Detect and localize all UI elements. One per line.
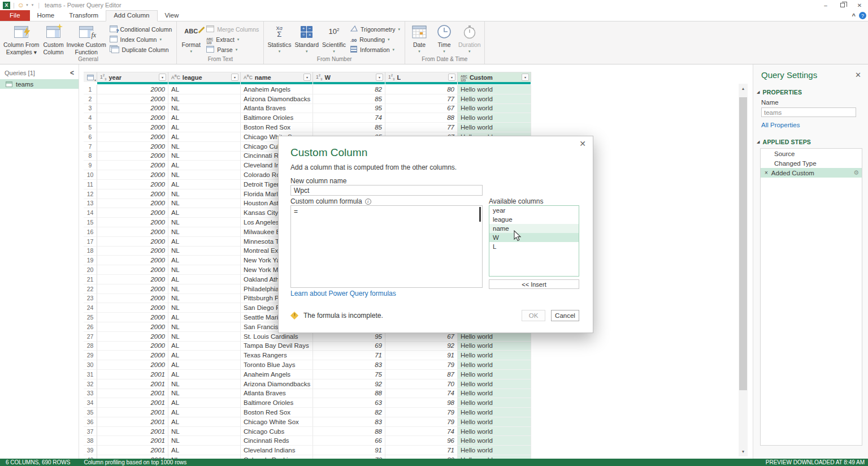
row-number[interactable]: 16 xyxy=(84,227,97,237)
cell[interactable]: 63 xyxy=(313,398,385,408)
row-number[interactable]: 26 xyxy=(84,322,97,332)
cell[interactable]: AL xyxy=(168,123,241,132)
row-number[interactable]: 7 xyxy=(84,142,97,152)
cell[interactable]: Hello world xyxy=(458,379,531,389)
cell[interactable]: 88 xyxy=(313,427,385,437)
row-number[interactable]: 10 xyxy=(84,170,97,180)
cell[interactable]: Boston Red Sox xyxy=(241,123,313,132)
cell[interactable]: 82 xyxy=(313,408,385,417)
cell[interactable]: 2001 xyxy=(97,398,168,408)
cell[interactable]: 2000 xyxy=(97,189,168,199)
row-number[interactable]: 12 xyxy=(84,189,97,199)
cell[interactable]: Hello world xyxy=(458,398,531,408)
cell[interactable]: 2000 xyxy=(97,113,168,123)
restore-button[interactable] xyxy=(834,0,851,10)
row-number[interactable]: 22 xyxy=(84,284,97,294)
available-column-year[interactable]: year xyxy=(489,206,579,215)
cell[interactable]: 92 xyxy=(313,379,385,389)
cell[interactable]: AL xyxy=(168,208,241,218)
cell[interactable]: Hello world xyxy=(458,104,531,114)
row-number[interactable]: 4 xyxy=(84,113,97,123)
ribbon-button-standard[interactable]: +−÷×Standard▾ xyxy=(293,22,320,54)
cell[interactable]: Atlanta Braves xyxy=(241,104,313,114)
cell[interactable]: 66 xyxy=(313,436,385,446)
formula-scrollbar-thumb[interactable] xyxy=(479,207,481,222)
cell[interactable]: NL xyxy=(168,322,241,332)
delete-step-icon[interactable]: × xyxy=(765,170,768,176)
column-header-league[interactable]: ABCleague▾ xyxy=(168,72,241,82)
cell[interactable]: 2001 xyxy=(97,436,168,446)
cell[interactable]: 2000 xyxy=(97,351,168,360)
row-number[interactable]: 6 xyxy=(84,132,97,142)
cell[interactable]: 2000 xyxy=(97,199,168,209)
cell[interactable]: 91 xyxy=(385,351,458,360)
cell[interactable]: NL xyxy=(168,152,241,161)
cell[interactable]: 79 xyxy=(385,417,458,427)
row-number[interactable]: 3 xyxy=(84,104,97,114)
row-number[interactable]: 38 xyxy=(84,436,97,446)
cell[interactable]: AL xyxy=(168,446,241,455)
properties-header[interactable]: ◢ PROPERTIES xyxy=(753,87,868,98)
row-number[interactable]: 30 xyxy=(84,360,97,370)
tab-view[interactable]: View xyxy=(158,10,186,21)
applied-steps-header[interactable]: ◢ APPLIED STEPS xyxy=(753,136,868,148)
cell[interactable]: Texas Rangers xyxy=(241,351,313,360)
row-number[interactable]: 35 xyxy=(84,408,97,417)
ribbon-button-duration[interactable]: Duration▾ xyxy=(457,22,483,54)
cell[interactable]: Arizona Diamondbacks xyxy=(241,379,313,389)
row-number[interactable]: 13 xyxy=(84,199,97,209)
cell[interactable]: Hello world xyxy=(458,408,531,417)
cell[interactable]: Hello world xyxy=(458,85,531,94)
cell[interactable]: 2000 xyxy=(97,104,168,114)
chevron-down-icon[interactable]: ▾ xyxy=(26,3,28,7)
row-number[interactable]: 31 xyxy=(84,370,97,379)
select-all-corner[interactable]: ▾ xyxy=(84,72,97,82)
cell[interactable]: 77 xyxy=(385,123,458,132)
row-number[interactable]: 33 xyxy=(84,389,97,399)
cell[interactable]: 2000 xyxy=(97,142,168,152)
cell[interactable]: Hello world xyxy=(458,332,531,342)
ribbon-button-trigonometry[interactable]: Trigonometry▾ xyxy=(348,25,403,33)
cell[interactable]: 2000 xyxy=(97,208,168,218)
cell[interactable]: 2001 xyxy=(97,427,168,437)
cell[interactable]: 67 xyxy=(385,104,458,114)
cell[interactable]: AL xyxy=(168,85,241,94)
row-number[interactable]: 9 xyxy=(84,161,97,170)
cell[interactable]: Baltimore Orioles xyxy=(241,113,313,123)
row-number[interactable]: 14 xyxy=(84,208,97,218)
row-number[interactable]: 20 xyxy=(84,265,97,275)
cell[interactable]: 82 xyxy=(313,85,385,94)
column-header-year[interactable]: 123year▾ xyxy=(97,72,168,82)
cell[interactable]: 2000 xyxy=(97,247,168,256)
tab-home[interactable]: Home xyxy=(30,10,62,21)
row-number[interactable]: 21 xyxy=(84,275,97,284)
cell[interactable]: Hello world xyxy=(458,370,531,379)
cell[interactable]: AL xyxy=(168,360,241,370)
row-number[interactable]: 2 xyxy=(84,94,97,104)
cell[interactable]: Chicago Cubs xyxy=(241,427,313,437)
cell[interactable]: Hello world xyxy=(458,113,531,123)
cell[interactable]: 2000 xyxy=(97,94,168,104)
cell[interactable]: NL xyxy=(168,379,241,389)
cell[interactable]: Hello world xyxy=(458,436,531,446)
cell[interactable]: 92 xyxy=(385,342,458,351)
cell[interactable]: 2001 xyxy=(97,408,168,417)
cell[interactable]: NL xyxy=(168,427,241,437)
row-number[interactable]: 28 xyxy=(84,342,97,351)
cancel-button[interactable]: Cancel xyxy=(551,310,579,321)
cell[interactable]: 2000 xyxy=(97,237,168,247)
ribbon-button-information[interactable]: Information▾ xyxy=(348,45,403,54)
cell[interactable]: 2000 xyxy=(97,303,168,313)
cell[interactable]: Cincinnati Reds xyxy=(241,436,313,446)
cell[interactable]: Arizona Diamondbacks xyxy=(241,94,313,104)
row-number[interactable]: 5 xyxy=(84,123,97,132)
ribbon-button-merge-columns[interactable]: Merge Columns xyxy=(203,25,262,33)
close-button[interactable]: ✕ xyxy=(851,0,868,10)
row-number[interactable]: 18 xyxy=(84,247,97,256)
cell[interactable]: 85 xyxy=(313,94,385,104)
help-icon[interactable]: ? xyxy=(859,12,866,19)
scrollbar-thumb[interactable] xyxy=(739,97,747,390)
cell[interactable]: NL xyxy=(168,94,241,104)
cell[interactable]: AL xyxy=(168,161,241,170)
cell[interactable]: NL xyxy=(168,303,241,313)
